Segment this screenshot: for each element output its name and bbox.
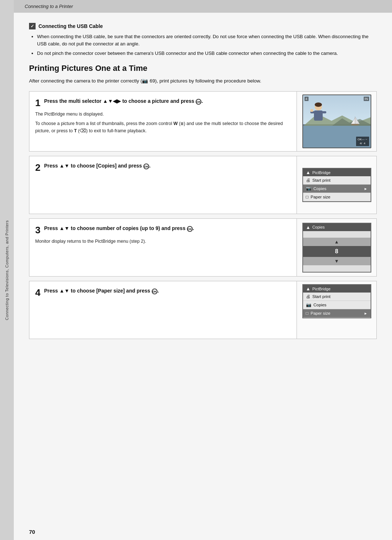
step-4-right: ▲ PictBridge 🖨 Start print 📷 Copies bbox=[297, 281, 376, 339]
svg-marker-9 bbox=[351, 118, 355, 124]
ok-button-icon-3: OK bbox=[187, 226, 193, 232]
svg-point-3 bbox=[315, 102, 322, 107]
camera-screen-inner: 4 IN OK—→4/ 4 bbox=[303, 95, 371, 148]
page-wrapper: Connecting to Televisions, Computers, an… bbox=[0, 0, 392, 540]
pb-item-label-copies: Copies bbox=[314, 186, 327, 191]
svg-rect-10 bbox=[351, 124, 359, 125]
step-1-number: 1 bbox=[35, 98, 40, 108]
section-title: Printing Pictures One at a Time bbox=[29, 64, 377, 73]
step-1-instruction: 1 Press the multi selector ▲▼◀▶ to choos… bbox=[35, 97, 290, 108]
content-area: ✓ Connecting the USB Cable When connecti… bbox=[14, 13, 392, 524]
copies-brand-icon: ▲ bbox=[306, 225, 311, 230]
cam-top-left: 4 bbox=[305, 97, 309, 101]
list-item: Do not pinch the connector cover between… bbox=[37, 50, 377, 57]
step-3-text: Press ▲▼ to choose number of copies (up … bbox=[44, 225, 194, 231]
pb-header-1: ▲ PictBridge bbox=[303, 169, 371, 176]
sailboat bbox=[350, 116, 360, 127]
paper-icon-2: □ bbox=[306, 311, 309, 316]
person-svg bbox=[308, 102, 328, 128]
copies-spacer-bottom bbox=[303, 265, 371, 272]
step-4-text: Press ▲▼ to choose [Paper size] and pres… bbox=[44, 288, 159, 294]
step-3-desc-1: Monitor display returns to the PictBridg… bbox=[35, 238, 290, 245]
list-item: When connecting the USB cable, be sure t… bbox=[37, 33, 377, 48]
step-1-right: 4 IN OK—→4/ 4 bbox=[297, 92, 376, 151]
page-number: 70 bbox=[14, 524, 392, 540]
ok-button-icon-4: OK bbox=[152, 289, 158, 294]
sidebar-text: Connecting to Televisions, Computers, an… bbox=[5, 220, 9, 320]
svg-marker-8 bbox=[355, 117, 360, 124]
cam-bottom-right: OK—→4/ 4 bbox=[356, 137, 369, 146]
step-2-row: 2 Press ▲▼ to choose [Copies] and press … bbox=[29, 156, 377, 214]
pb-item-start-print-2: 🖨 Start print bbox=[303, 293, 371, 301]
step-3-right: ▲ Copies ▲ 8 ▼ bbox=[297, 219, 376, 276]
step-2-left: 2 Press ▲▼ to choose [Copies] and press … bbox=[29, 156, 297, 214]
pictbridge-menu-1: ▲ PictBridge 🖨 Start print 📷 Copies ► bbox=[302, 168, 371, 202]
paper-arrow-icon: ► bbox=[364, 311, 368, 315]
pb-item-label-paper-2: Paper size bbox=[311, 311, 330, 315]
copies-value: 8 bbox=[303, 246, 371, 257]
step-2-instruction: 2 Press ▲▼ to choose [Copies] and press … bbox=[35, 162, 290, 172]
person-silhouette bbox=[308, 102, 328, 128]
ok-button-icon: OK bbox=[196, 99, 201, 105]
pb-item-paper: □ Paper size bbox=[303, 193, 371, 201]
pb-item-start-print: 🖨 Start print bbox=[303, 176, 371, 185]
pb-item-paper-2: □ Paper size ► bbox=[303, 309, 371, 318]
usb-section: ✓ Connecting the USB Cable When connecti… bbox=[29, 23, 377, 57]
pb-header-2: ▲ PictBridge bbox=[303, 285, 371, 293]
section-intro: After connecting the camera to the print… bbox=[29, 77, 377, 85]
paper-icon: □ bbox=[306, 194, 309, 200]
sidebar: Connecting to Televisions, Computers, an… bbox=[0, 0, 14, 540]
cam-top-right: IN bbox=[364, 97, 369, 101]
usb-title-text: Connecting the USB Cable bbox=[38, 23, 103, 29]
step-1-row: 1 Press the multi selector ▲▼◀▶ to choos… bbox=[29, 91, 377, 152]
bullet-list: When connecting the USB cable, be sure t… bbox=[37, 33, 377, 57]
ref-icon: 📷 bbox=[142, 78, 148, 84]
print-icon-2: 🖨 bbox=[306, 294, 310, 299]
steps-container: 1 Press the multi selector ▲▼◀▶ to choos… bbox=[29, 91, 377, 343]
step-1-desc-2: To choose a picture from a list of thumb… bbox=[35, 120, 290, 134]
step-1-desc-1: The PictBridge menu is displayed. bbox=[35, 110, 290, 118]
step-3-instruction: 3 Press ▲▼ to choose number of copies (u… bbox=[35, 225, 290, 235]
step-3-row: 3 Press ▲▼ to choose number of copies (u… bbox=[29, 218, 377, 277]
pb-item-copies-2: 📷 Copies bbox=[303, 301, 371, 309]
sailboat-svg bbox=[350, 116, 360, 127]
copies-icon-2: 📷 bbox=[306, 302, 311, 307]
svg-rect-6 bbox=[322, 111, 326, 113]
svg-rect-4 bbox=[314, 110, 323, 121]
step-2-text: Press ▲▼ to choose [Copies] and press OK… bbox=[44, 163, 150, 169]
step-4-instruction: 4 Press ▲▼ to choose [Paper size] and pr… bbox=[35, 287, 290, 297]
copies-menu: ▲ Copies ▲ 8 ▼ bbox=[302, 223, 371, 273]
pb-brand-icon-2: ▲ bbox=[306, 286, 311, 291]
pb-header-text-2: PictBridge bbox=[312, 287, 330, 291]
header-bar: Connecting to a Printer bbox=[14, 0, 392, 13]
step-2-right: ▲ PictBridge 🖨 Start print 📷 Copies ► bbox=[297, 156, 376, 214]
checkbox-icon: ✓ bbox=[29, 23, 36, 29]
copies-up-button[interactable]: ▲ bbox=[303, 238, 371, 246]
step-3-left: 3 Press ▲▼ to choose number of copies (u… bbox=[29, 219, 297, 276]
pb-brand-icon: ▲ bbox=[306, 170, 311, 175]
step-4-left: 4 Press ▲▼ to choose [Paper size] and pr… bbox=[29, 281, 297, 339]
ok-button-icon-2: OK bbox=[143, 164, 149, 169]
pb-item-label-start: Start print bbox=[313, 178, 331, 182]
pb-item-label-copies-2: Copies bbox=[314, 303, 327, 307]
main-content: Connecting to a Printer ✓ Connecting the… bbox=[14, 0, 392, 540]
pb-item-label-paper: Paper size bbox=[311, 195, 330, 199]
step-3-description: Monitor display returns to the PictBridg… bbox=[35, 238, 290, 245]
copies-header-text: Copies bbox=[312, 225, 324, 229]
svg-point-7 bbox=[310, 109, 313, 112]
copies-icon: 📷 bbox=[306, 186, 311, 191]
step-4-row: 4 Press ▲▼ to choose [Paper size] and pr… bbox=[29, 281, 377, 339]
pb-header-text-1: PictBridge bbox=[312, 170, 330, 175]
camera-screen: 4 IN OK—→4/ 4 bbox=[302, 94, 371, 148]
step-2-number: 2 bbox=[35, 163, 40, 172]
copies-arrow-icon: ► bbox=[364, 187, 368, 191]
step-1-description: The PictBridge menu is displayed. To cho… bbox=[35, 110, 290, 134]
header-title: Connecting to a Printer bbox=[25, 4, 73, 9]
copies-down-button[interactable]: ▼ bbox=[303, 257, 371, 265]
step-3-number: 3 bbox=[35, 225, 40, 235]
pb-item-label-start-2: Start print bbox=[313, 294, 331, 299]
pb-item-copies: 📷 Copies ► bbox=[303, 185, 371, 193]
step-4-number: 4 bbox=[35, 288, 40, 297]
pictbridge-menu-2: ▲ PictBridge 🖨 Start print 📷 Copies bbox=[302, 284, 371, 318]
usb-title: ✓ Connecting the USB Cable bbox=[29, 23, 377, 29]
